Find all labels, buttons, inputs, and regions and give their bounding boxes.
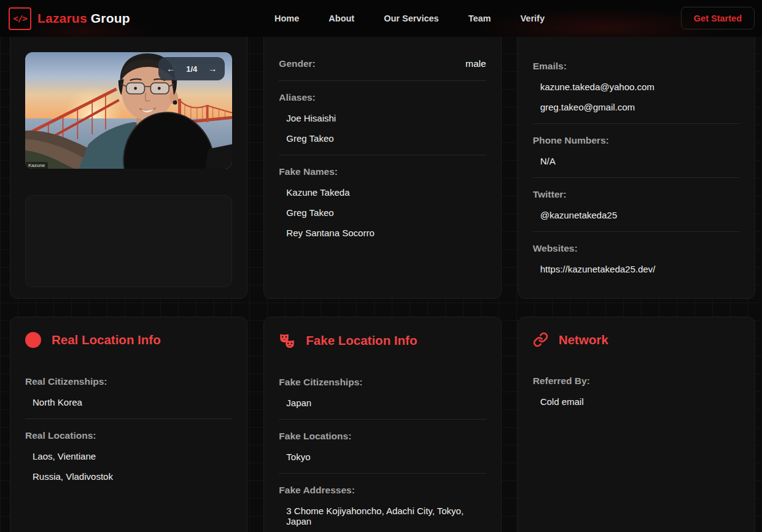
real-location-item: Laos, Vientiane [33, 451, 232, 461]
photo-watermark: Kazune [25, 162, 48, 169]
nav-item-home[interactable]: Home [274, 13, 299, 23]
get-started-button[interactable]: Get Started [681, 7, 755, 29]
fake-location-title-row: Fake Location Info [279, 332, 486, 349]
phones-label: Phone Numbers: [533, 135, 740, 146]
email-item: kazune.takeda@yahoo.com [540, 82, 740, 92]
nav-item-our-services[interactable]: Our Services [384, 13, 438, 23]
gender-row: Gender: male [279, 58, 486, 69]
gender-value: male [465, 58, 486, 69]
brand-name-primary: Lazarus [37, 11, 87, 25]
website-link[interactable]: https://kazunetakeda25.dev/ [540, 264, 740, 274]
main-nav: Home About Our Services Team Verify [274, 0, 545, 37]
carousel-prev-icon[interactable]: ← [166, 64, 175, 74]
divider [533, 231, 740, 232]
real-citizenship-item: North Korea [33, 397, 232, 407]
fake-name-item: Rey Santana Socorro [286, 228, 486, 238]
contact-info-card: Emails: kazune.takeda@yahoo.com greg.tak… [518, 20, 755, 299]
fake-location-card: Fake Location Info Fake Citizenships: Ja… [263, 317, 501, 532]
network-title: Network [559, 333, 608, 347]
carousel-next-icon[interactable]: → [208, 64, 217, 74]
fake-addresses-label: Fake Addresses: [279, 485, 486, 496]
fake-locations-label: Fake Locations: [279, 431, 486, 442]
fake-names-label: Fake Names: [279, 166, 486, 177]
email-item: greg.takeo@gmail.com [540, 102, 740, 112]
fake-location-item: Tokyo [286, 452, 486, 462]
referred-by-label: Referred By: [533, 376, 740, 387]
top-navbar: </> Lazarus Group Home About Our Service… [0, 0, 762, 37]
real-location-item: Russia, Vladivostok [33, 471, 232, 482]
divider [279, 419, 486, 420]
phones-section: Phone Numbers: N/A [533, 135, 740, 166]
divider [279, 80, 486, 81]
fake-citizenship-item: Japan [286, 398, 486, 408]
nav-item-team[interactable]: Team [468, 13, 491, 23]
phone-item: N/A [540, 156, 740, 166]
twitter-handle: @kazunetakeda25 [540, 210, 740, 220]
brand-name: Lazarus Group [37, 11, 130, 26]
emails-section: Emails: kazune.takeda@yahoo.com greg.tak… [533, 61, 740, 112]
brand-logo[interactable]: </> Lazarus Group [9, 7, 130, 30]
fake-address-item: 3 Chome Kojiyahoncho, Adachi City, Tokyo… [286, 506, 486, 526]
divider [533, 123, 740, 124]
fake-location-title: Fake Location Info [306, 333, 417, 348]
photos-empty-panel [25, 195, 232, 287]
fake-name-item: Kazune Takeda [286, 187, 486, 198]
profile-content: ← 1/4 → Kazune Gender: male Aliases: Joe… [10, 37, 755, 532]
theater-masks-icon [279, 332, 295, 349]
divider [25, 418, 232, 419]
emails-label: Emails: [533, 61, 740, 72]
real-location-card: Real Location Info Real Citizenships: No… [10, 317, 247, 532]
fake-names-section: Fake Names: Kazune Takeda Greg Takeo Rey… [279, 166, 486, 238]
alias-item: Joe Hisaishi [286, 113, 486, 123]
divider [533, 177, 740, 178]
profile-photo: ← 1/4 → Kazune [25, 52, 232, 169]
divider [279, 155, 486, 155]
real-locations-label: Real Locations: [25, 430, 232, 441]
photos-card: ← 1/4 → Kazune [10, 20, 247, 299]
aliases-section: Aliases: Joe Hisaishi Greg Takeo [279, 92, 486, 144]
aliases-label: Aliases: [279, 92, 486, 103]
fake-name-item: Greg Takeo [286, 207, 486, 218]
real-location-title-row: Real Location Info [25, 332, 232, 348]
chain-link-icon [533, 332, 548, 347]
gender-label: Gender: [279, 58, 315, 69]
divider [279, 473, 486, 474]
red-circle-icon [25, 332, 41, 348]
real-citizenships-label: Real Citizenships: [25, 376, 232, 387]
twitter-section: Twitter: @kazunetakeda25 [533, 189, 740, 220]
network-title-row: Network [533, 332, 740, 347]
twitter-label: Twitter: [533, 189, 740, 200]
websites-label: Websites: [533, 243, 740, 254]
websites-section: Websites: https://kazunetakeda25.dev/ [533, 243, 740, 274]
carousel-counter: 1/4 [186, 64, 197, 74]
network-card: Network Referred By: Cold email [518, 317, 755, 532]
photo-carousel: ← 1/4 → [158, 57, 225, 80]
brand-name-secondary: Group [91, 11, 130, 25]
fake-citizenships-label: Fake Citizenships: [279, 377, 486, 388]
nav-item-about[interactable]: About [329, 13, 354, 23]
code-icon: </> [9, 7, 31, 30]
nav-item-verify[interactable]: Verify [520, 13, 545, 23]
referred-by-item: Cold email [540, 396, 740, 407]
real-location-title: Real Location Info [52, 333, 161, 347]
basic-info-card: Gender: male Aliases: Joe Hisaishi Greg … [263, 20, 501, 299]
alias-item: Greg Takeo [286, 133, 486, 144]
